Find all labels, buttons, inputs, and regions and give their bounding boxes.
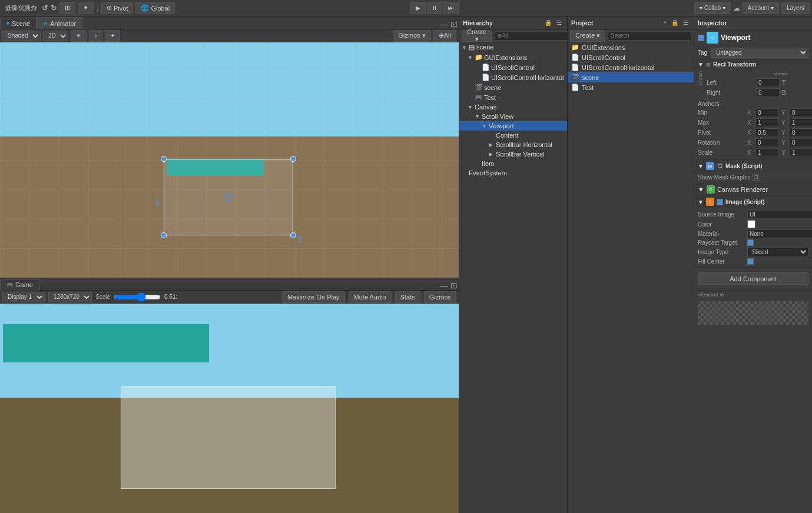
min-x-input[interactable] <box>755 108 779 117</box>
pivot-x-input[interactable] <box>755 128 779 137</box>
game-collapse-btn[interactable]: — <box>439 281 449 290</box>
lights-btn[interactable]: ☀ <box>71 30 87 42</box>
move-tool-btn[interactable]: ✦ <box>78 2 94 14</box>
hierarchy-item-scene-root[interactable]: ▼ ▤ scene <box>459 42 567 52</box>
hierarchy-item-eventsystem[interactable]: EventSystem <box>459 168 567 178</box>
hierarchy-lock-btn[interactable]: 🔒 <box>543 19 554 26</box>
game-tab[interactable]: 🎮 Game <box>0 279 39 291</box>
rect-transform-header[interactable]: ▼ ⊞ Rect Transform <box>694 59 812 69</box>
animator-tab[interactable]: ⊛ Animator <box>37 17 82 29</box>
step-button[interactable]: ⏭ <box>443 2 459 14</box>
pause-button[interactable]: ⏸ <box>427 2 442 14</box>
hierarchy-item-uiscrollh[interactable]: 📄 UIScrollControlHorizontal <box>459 72 567 82</box>
hierarchy-title: Hierarchy <box>463 19 493 26</box>
redo-icon[interactable]: ↻ <box>51 4 57 12</box>
image-type-dropdown[interactable]: Sliced <box>747 247 808 257</box>
right-input[interactable] <box>756 88 780 97</box>
add-component-btn[interactable]: Add Component <box>698 272 808 285</box>
min-y-input[interactable] <box>790 108 812 117</box>
hierarchy-create-btn[interactable]: Create ▾ <box>462 30 492 42</box>
hierarchy-menu-btn[interactable]: ☰ <box>555 19 564 26</box>
project-add-btn[interactable]: + <box>661 19 668 26</box>
hierarchy-item-content[interactable]: Content <box>459 131 567 140</box>
project-item-uiscrollh[interactable]: 📄 UIScrollControlHorizontal <box>568 62 694 72</box>
fill-center-checkbox[interactable] <box>747 258 754 265</box>
hierarchy-item-viewport[interactable]: ▼ Viewport <box>459 121 567 131</box>
game-tab-label: Game <box>15 281 33 288</box>
project-item-scene[interactable]: 🎬 scene <box>568 72 694 82</box>
handle-bl[interactable] <box>161 232 167 238</box>
project-search[interactable] <box>608 31 691 41</box>
canvas-renderer-header[interactable]: ▼ C Canvas Renderer <box>694 184 812 195</box>
account-button[interactable]: Account ▾ <box>743 2 779 14</box>
component-enabled-checkbox[interactable] <box>698 35 704 41</box>
stats-btn[interactable]: Stats <box>395 291 420 303</box>
hierarchy-item-scrollbarh[interactable]: ▶ Scrollbar Horizontal <box>459 140 567 149</box>
project-lock-btn[interactable]: 🔒 <box>670 19 680 26</box>
source-image-input[interactable] <box>747 210 812 219</box>
mute-btn[interactable]: Mute Audio <box>349 291 392 303</box>
image-enabled-checkbox[interactable] <box>717 199 723 205</box>
project-item-uiscroll[interactable]: 📄 UIScrollControl <box>568 52 694 62</box>
game-viewport[interactable] <box>0 304 459 513</box>
maximize-btn[interactable]: Maximize On Play <box>282 291 345 303</box>
shaded-dropdown[interactable]: Shaded <box>2 31 41 41</box>
hierarchy-item-scene[interactable]: 🎬 scene <box>459 82 567 92</box>
color-swatch[interactable] <box>747 220 755 228</box>
mask-enabled-checkbox[interactable]: ☐ <box>717 163 723 169</box>
tag-dropdown[interactable]: Untagged <box>711 48 808 58</box>
effects-btn[interactable]: ✦ <box>105 30 120 42</box>
undo-icon[interactable]: ↺ <box>42 4 48 12</box>
hierarchy-item-item[interactable]: Item <box>459 159 567 168</box>
scale-slider[interactable] <box>114 292 161 302</box>
game-max-btn[interactable]: ⊡ <box>449 281 459 290</box>
gizmos-btn[interactable]: Gizmos ▾ <box>393 30 430 42</box>
play-button[interactable]: ▶ <box>410 2 426 14</box>
hierarchy-item-uiscroll[interactable]: 📄 UIScrollControl <box>459 62 567 72</box>
show-mask-checkbox[interactable]: ☐ <box>753 174 759 181</box>
project-menu-btn[interactable]: ☰ <box>681 19 690 26</box>
pivot-y-input[interactable] <box>790 128 812 137</box>
hierarchy-item-test[interactable]: 🎮 Test <box>459 92 567 102</box>
hierarchy-item-label-scene-root: ▤ scene <box>469 44 493 51</box>
project-item-test[interactable]: 📄 Test <box>568 82 694 92</box>
collab-button[interactable]: ▾ Collab ▾ <box>694 2 731 14</box>
scene-tab[interactable]: # Scene <box>0 18 37 29</box>
handle-tl[interactable] <box>161 156 167 162</box>
material-input[interactable] <box>747 229 812 238</box>
hierarchy-tree: ▼ ▤ scene ▼ 📁 GUIExtensions 📄 UIScrollCo… <box>459 42 567 513</box>
scale-x-input[interactable] <box>755 148 779 157</box>
rect-tool-btn[interactable]: ⊞ <box>59 2 75 14</box>
layers-button[interactable]: Layers <box>781 2 810 14</box>
inspector-scroll[interactable]: V Viewport Tag Untagged ▼ ⊞ Rect Transfo… <box>694 29 812 513</box>
scene-collapse-btn[interactable]: — <box>439 19 449 29</box>
hierarchy-item-guiextensions[interactable]: ▼ 📁 GUIExtensions <box>459 52 567 62</box>
project-item-guiext[interactable]: 📁 GUIExtensions <box>568 42 694 52</box>
scene-max-btn[interactable]: ⊡ <box>449 19 459 29</box>
hierarchy-item-scrollbarv[interactable]: ▶ Scrollbar Vertical <box>459 149 567 159</box>
hierarchy-search[interactable] <box>494 31 575 41</box>
hierarchy-item-canvas[interactable]: ▼ Canvas <box>459 102 567 112</box>
pivot-btn[interactable]: ⊕ Pivot <box>101 2 133 14</box>
raycast-checkbox[interactable] <box>747 239 754 246</box>
rot-x-input[interactable] <box>755 138 779 147</box>
image-script-header[interactable]: ▼ I Image (Script) <box>694 196 812 208</box>
display-dropdown[interactable]: Display 1 <box>2 292 45 302</box>
resolution-dropdown[interactable]: 1280x720 <box>48 292 92 302</box>
all-btn[interactable]: ⊕All <box>433 30 456 42</box>
scene-viewport[interactable]: ↙ ↗ <box>0 42 459 278</box>
2d-dropdown[interactable]: 2D <box>43 31 68 41</box>
game-gizmos-btn[interactable]: Gizmos <box>424 291 456 303</box>
mask-script-header[interactable]: ▼ M ☐ Mask (Script) <box>694 160 812 172</box>
left-input[interactable] <box>756 78 780 87</box>
project-create-btn[interactable]: Create ▾ <box>570 30 605 42</box>
max-x-input[interactable] <box>755 118 779 127</box>
scene-selected-object[interactable]: ↙ ↗ <box>164 159 293 235</box>
handle-tr[interactable] <box>290 156 296 162</box>
global-btn[interactable]: 🌐 Global <box>135 2 175 14</box>
scale-y-input[interactable] <box>790 148 812 157</box>
max-y-input[interactable] <box>790 118 812 127</box>
hierarchy-item-scrollview[interactable]: ▼ Scroll View <box>459 112 567 121</box>
rot-y-input[interactable] <box>790 138 812 147</box>
audio-btn[interactable]: ♪ <box>89 30 102 42</box>
